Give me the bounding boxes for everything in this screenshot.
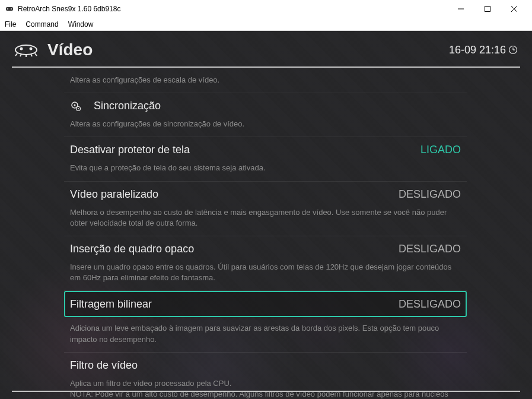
setting-description: Aplica um filtro de vídeo processado pel…	[64, 378, 467, 399]
setting-label: Sincronização	[94, 100, 461, 112]
clock: 16-09 21:16	[449, 44, 518, 56]
setting-label: Vídeo paralelizado	[70, 188, 399, 201]
svg-point-21	[78, 108, 79, 109]
svg-point-19	[74, 104, 76, 106]
setting-description: Adiciona um leve embaçado à imagem para …	[64, 317, 467, 352]
menu-file[interactable]: File	[5, 20, 16, 28]
svg-point-9	[30, 48, 33, 50]
setting-screensaver[interactable]: Desativar protetor de tela LIGADO Evita …	[64, 137, 467, 181]
retroarch-logo-icon	[14, 43, 38, 57]
setting-description: Evita que a proteção de tela do seu sist…	[64, 163, 467, 180]
svg-line-14	[35, 53, 37, 56]
svg-rect-4	[485, 7, 490, 12]
maximize-button[interactable]	[474, 0, 501, 18]
setting-value: LIGADO	[420, 144, 461, 156]
svg-point-2	[11, 8, 12, 10]
clock-icon	[508, 45, 518, 55]
svg-rect-0	[6, 7, 13, 11]
setting-threaded-video[interactable]: Vídeo paralelizado DESLIGADO Melhora o d…	[64, 182, 467, 236]
window-titlebar: RetroArch Snes9x 1.60 6db918c	[0, 0, 532, 18]
setting-video-filter[interactable]: Filtro de vídeo Aplica um filtro de víde…	[64, 353, 467, 399]
page-title: Vídeo	[47, 40, 449, 59]
setting-value: DESLIGADO	[399, 298, 461, 311]
setting-label: Filtragem bilinear	[70, 298, 399, 311]
menubar: File Command Window	[0, 18, 532, 31]
svg-line-10	[15, 53, 17, 56]
setting-description: Melhora o desempenho ao custo de latênci…	[64, 207, 467, 236]
window-title: RetroArch Snes9x 1.60 6db918c	[18, 5, 447, 13]
menu-window[interactable]: Window	[68, 20, 94, 28]
settings-list: Altera as configurações de escala de víd…	[0, 68, 479, 399]
setting-label: Desativar protetor de tela	[70, 144, 420, 156]
minimize-button[interactable]	[447, 0, 474, 18]
setting-value: DESLIGADO	[399, 243, 461, 255]
page-header: Vídeo 16-09 21:16	[0, 31, 532, 66]
app-icon	[5, 4, 14, 14]
scale-description: Altera as configurações de escala de víd…	[64, 68, 467, 93]
clock-time: 16-09 21:16	[449, 44, 506, 56]
menu-command[interactable]: Command	[26, 20, 58, 28]
setting-label: Filtro de vídeo	[70, 359, 461, 372]
window-controls	[447, 0, 527, 18]
footer-divider	[12, 391, 520, 392]
content-area: Vídeo 16-09 21:16 Altera as configuraçõe…	[0, 31, 532, 399]
setting-sync[interactable]: Sincronização Altera as configurações de…	[64, 93, 467, 137]
close-button[interactable]	[501, 0, 527, 18]
setting-bilinear-filter[interactable]: Filtragem bilinear DESLIGADO	[64, 291, 467, 317]
svg-point-7	[15, 45, 37, 55]
setting-description: Altera as configurações de sincronização…	[64, 119, 467, 137]
svg-point-1	[7, 8, 8, 10]
setting-black-frame[interactable]: Inserção de quadro opaco DESLIGADO Inser…	[64, 236, 467, 291]
gear-icon	[70, 100, 87, 112]
svg-point-8	[20, 48, 23, 50]
setting-value: DESLIGADO	[399, 188, 461, 201]
setting-label: Inserção de quadro opaco	[70, 243, 399, 255]
setting-description: Insere um quadro opaco entre os quadros.…	[64, 262, 467, 290]
